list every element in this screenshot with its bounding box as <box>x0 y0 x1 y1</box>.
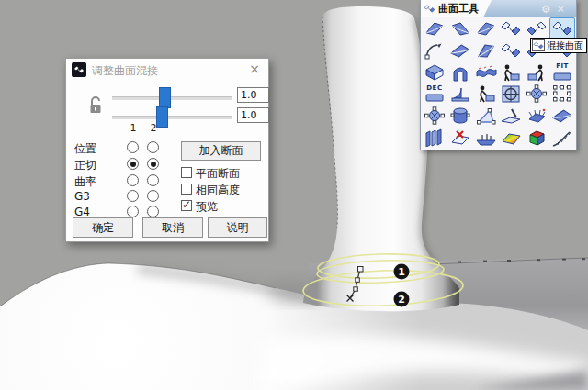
blend-slider-1-thumb[interactable] <box>159 87 171 108</box>
help-button[interactable]: 说明 <box>208 217 267 238</box>
tool-blend-surface-selected[interactable] <box>549 17 575 39</box>
row-label-tangent: 正切 <box>74 158 96 173</box>
tool-patch-arch[interactable] <box>447 61 473 84</box>
control-point-handle[interactable] <box>358 267 364 273</box>
tool-merge-surfaces[interactable] <box>524 61 549 84</box>
checkbox-same-height-label: 相同高度 <box>196 183 240 198</box>
palette-close-icon[interactable]: × <box>557 4 565 14</box>
row-label-g4: G4 <box>74 206 90 218</box>
radio-g3-1[interactable] <box>127 190 139 202</box>
checkbox-planar-sections-label: 平面断面 <box>196 166 240 182</box>
tool-curvature-spikes[interactable] <box>524 105 549 127</box>
radio-tangent-2[interactable] <box>147 158 159 170</box>
control-point-handle[interactable] <box>356 278 360 283</box>
tool-show-edit-points[interactable] <box>549 84 575 106</box>
svg-text:1: 1 <box>398 266 405 278</box>
dialog-close-icon[interactable]: × <box>249 61 260 76</box>
radio-curvature-1[interactable] <box>127 174 139 186</box>
tooltip-blend-surface: 混接曲面 <box>530 38 587 53</box>
tool-chamfer-surfaces[interactable] <box>499 17 525 39</box>
tool-extrude-surface[interactable] <box>447 105 473 127</box>
radio-tangent-1[interactable] <box>127 158 139 170</box>
radio-g4-1[interactable] <box>127 206 139 217</box>
checkbox-preview-label: 预览 <box>196 199 218 215</box>
tool-curve-deviation[interactable] <box>549 127 575 149</box>
tool-remove-knot[interactable] <box>447 127 473 149</box>
tool-surface-blend-handles[interactable] <box>499 39 525 61</box>
row-label-position: 位置 <box>74 141 96 157</box>
tool-extend-surface[interactable] <box>422 17 447 39</box>
checkbox-same-height[interactable] <box>181 184 192 195</box>
adjust-surface-blend-dialog: 调整曲面混接 × 1 2 位置 正切 曲率 G3 G4 <box>65 58 269 242</box>
tool-ship-hull-fair[interactable] <box>473 127 499 149</box>
tool-adjustable-curve-blend[interactable] <box>422 39 447 61</box>
edge-marker-1[interactable]: 1 <box>394 264 410 280</box>
palette-title-tab: 曲面工具 <box>421 0 492 17</box>
palette-title: 曲面工具 <box>438 2 479 16</box>
tool-variable-chamfer[interactable] <box>524 17 549 39</box>
tool-refit-surface[interactable] <box>473 84 499 106</box>
tool-surface-points[interactable] <box>549 105 575 127</box>
dialog-titlebar[interactable]: 调整曲面混接 × <box>66 59 268 81</box>
tool-move-uvn[interactable] <box>422 105 447 127</box>
blend-slider-1-track[interactable] <box>112 96 232 100</box>
tool-connect-surfaces[interactable] <box>422 61 447 84</box>
surface-tools-palette: 曲面工具 ⚙ × <box>420 0 577 150</box>
tool-draft-angle-analysis[interactable] <box>499 127 525 149</box>
tool-round-corner[interactable] <box>473 17 499 39</box>
tooltip-blend-icon <box>532 39 545 51</box>
edge-marker-2[interactable]: 2 <box>394 292 410 307</box>
control-point-handle[interactable] <box>354 287 358 292</box>
app-window: 1 2 <box>0 0 588 390</box>
tool-match-crossection[interactable] <box>473 61 499 84</box>
blend-surface-icon <box>72 62 86 77</box>
radio-position-2[interactable] <box>147 141 159 153</box>
palette-title-icon <box>424 4 435 14</box>
blend-value-1-input[interactable] <box>237 87 269 103</box>
radio-g4-2[interactable] <box>147 206 159 217</box>
radio-g3-2[interactable] <box>147 190 159 202</box>
tool-symmetry-target[interactable] <box>499 84 525 106</box>
checkbox-planar-sections[interactable] <box>181 167 192 178</box>
tool-variable-fillet[interactable] <box>447 39 473 61</box>
palette-titlebar[interactable]: 曲面工具 ⚙ × <box>421 0 576 17</box>
checkbox-preview[interactable] <box>181 200 192 211</box>
tool-insert-knot[interactable] <box>447 84 473 106</box>
radio-position-1[interactable] <box>127 141 139 153</box>
tool-smash-points[interactable] <box>524 84 549 106</box>
blend-value-2-input[interactable] <box>237 107 269 123</box>
tool-offset-surface[interactable] <box>422 127 447 149</box>
tooltip-text: 混接曲面 <box>547 39 583 52</box>
tool-fillet-surfaces[interactable] <box>447 17 473 39</box>
ok-button[interactable]: 确定 <box>73 217 133 238</box>
tool-thickness-analysis[interactable] <box>524 127 549 149</box>
tool-patch-triangle[interactable] <box>473 105 499 127</box>
cancel-button[interactable]: 取消 <box>142 217 203 238</box>
tool-fit-surface[interactable]: FIT <box>549 61 575 84</box>
blend-slider-2-track[interactable] <box>112 116 232 119</box>
add-section-button[interactable]: 加入断面 <box>181 141 261 161</box>
row-label-g3: G3 <box>74 190 90 203</box>
lock-icon[interactable] <box>88 95 103 116</box>
tool-match-surface[interactable] <box>499 61 525 84</box>
svg-text:2: 2 <box>398 294 405 306</box>
row-label-curvature: 曲率 <box>74 174 96 190</box>
radio-curvature-2[interactable] <box>147 174 159 186</box>
tool-rebuild-surface[interactable]: DEC <box>422 84 447 106</box>
gear-icon[interactable]: ⚙ <box>541 4 551 15</box>
tool-unroll-surface[interactable] <box>499 105 525 127</box>
tool-variable-blend[interactable] <box>473 39 499 61</box>
column-header-1: 1 <box>127 122 140 134</box>
dialog-title: 调整曲面混接 <box>92 63 158 79</box>
column-header-2: 2 <box>147 122 160 134</box>
